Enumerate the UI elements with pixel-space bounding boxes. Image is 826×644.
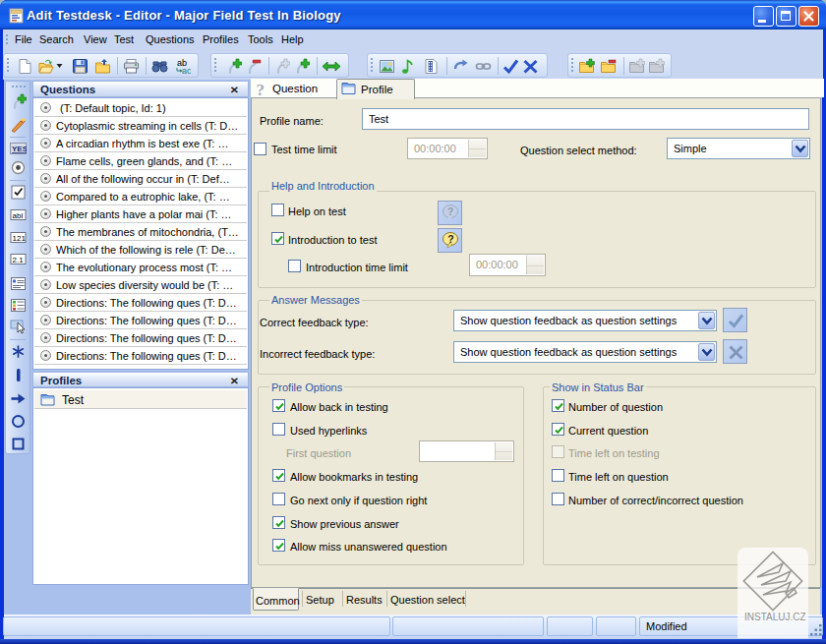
svg-text:?: ?	[447, 206, 453, 217]
svg-text:?: ?	[257, 81, 266, 97]
svg-text:?: ?	[447, 233, 453, 245]
svg-text:ac: ac	[182, 66, 191, 75]
svg-text:YES: YES	[12, 145, 27, 153]
svg-text:abl: abl	[13, 211, 24, 220]
svg-text:2.1: 2.1	[13, 256, 25, 264]
svg-text:121: 121	[13, 234, 27, 243]
